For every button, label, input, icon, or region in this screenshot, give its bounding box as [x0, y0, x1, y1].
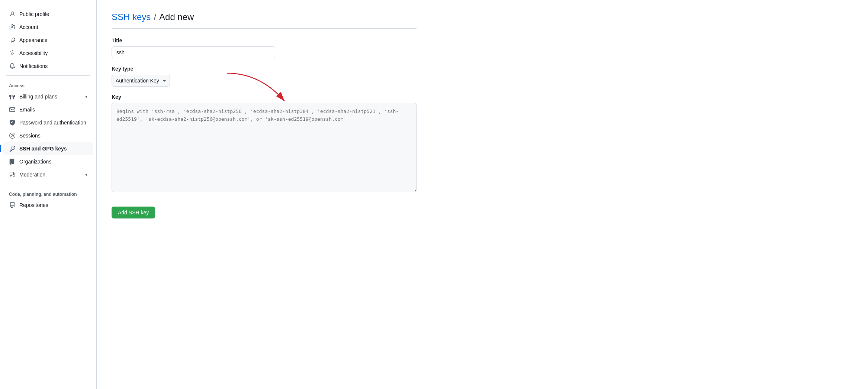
key-icon	[9, 145, 16, 152]
shield-icon	[9, 119, 16, 126]
sidebar-item-label: Emails	[19, 107, 35, 113]
title-input[interactable]	[112, 46, 275, 58]
accessibility-icon	[9, 50, 16, 56]
sidebar-item-label: Accessibility	[19, 50, 48, 56]
sidebar-item-label: Repositories	[19, 202, 48, 208]
sidebar-item-accessibility[interactable]: Accessibility	[3, 47, 93, 59]
comment-icon	[9, 171, 16, 178]
main-content: SSH keys / Add new Title Key type Authen…	[97, 0, 431, 389]
key-textarea[interactable]	[112, 103, 417, 192]
automation-section-label: Code, planning, and automation	[0, 187, 96, 198]
sidebar-item-account[interactable]: Account	[3, 21, 93, 33]
sidebar-item-label: Notifications	[19, 63, 48, 69]
person-icon	[9, 11, 16, 17]
sidebar-item-label: Sessions	[19, 133, 41, 139]
sidebar-item-label: Password and authentication	[19, 120, 86, 126]
key-type-select[interactable]: Authentication KeySigning Key	[112, 75, 170, 87]
page-title: SSH keys / Add new	[112, 12, 417, 22]
paintbrush-icon	[9, 37, 16, 43]
sidebar-item-moderation[interactable]: Moderation ▾	[3, 168, 93, 181]
sidebar-item-label: Appearance	[19, 37, 48, 43]
breadcrumb-current: Add new	[159, 12, 194, 22]
billing-icon	[9, 93, 16, 100]
breadcrumb-link[interactable]: SSH keys	[112, 12, 151, 22]
sidebar-item-label: Organizations	[19, 159, 51, 165]
sidebar-item-notifications[interactable]: Notifications	[3, 60, 93, 72]
sidebar-item-repositories[interactable]: Repositories	[3, 199, 93, 211]
sidebar-item-organizations[interactable]: Organizations	[3, 155, 93, 168]
sidebar-item-public-profile[interactable]: Public profile	[3, 8, 93, 20]
key-textarea-wrapper	[112, 103, 417, 193]
sidebar-item-label: Account	[19, 24, 38, 30]
sidebar-item-label: Moderation	[19, 172, 45, 178]
sidebar-item-password[interactable]: Password and authentication	[3, 116, 93, 129]
sidebar-item-label: SSH and GPG keys	[19, 146, 67, 152]
chevron-down-icon: ▾	[85, 94, 87, 99]
add-ssh-key-button[interactable]: Add SSH key	[112, 207, 155, 218]
chevron-down-icon: ▾	[85, 172, 87, 177]
annotation-arrow	[216, 69, 301, 107]
gear-icon	[9, 24, 16, 30]
org-icon	[9, 158, 16, 165]
bell-icon	[9, 63, 16, 69]
sidebar-item-label: Public profile	[19, 11, 49, 17]
access-section-label: Access	[0, 79, 96, 90]
sidebar-item-emails[interactable]: Emails	[3, 103, 93, 116]
page-header: SSH keys / Add new	[112, 12, 417, 29]
key-form-group: Key	[112, 94, 417, 193]
sidebar-divider	[6, 75, 90, 76]
sidebar-item-billing[interactable]: Billing and plans ▾	[3, 90, 93, 103]
repo-icon	[9, 202, 16, 208]
title-label: Title	[112, 38, 417, 43]
sidebar: Public profile Account Appearance Access…	[0, 0, 97, 389]
broadcast-icon	[9, 132, 16, 139]
title-form-group: Title	[112, 38, 417, 58]
sidebar-item-appearance[interactable]: Appearance	[3, 34, 93, 46]
sidebar-divider-2	[6, 184, 90, 184]
sidebar-item-sessions[interactable]: Sessions	[3, 129, 93, 142]
mail-icon	[9, 106, 16, 113]
sidebar-item-label: Billing and plans	[19, 94, 57, 100]
breadcrumb-separator: /	[154, 12, 156, 22]
sidebar-item-ssh-gpg[interactable]: SSH and GPG keys	[3, 142, 93, 155]
